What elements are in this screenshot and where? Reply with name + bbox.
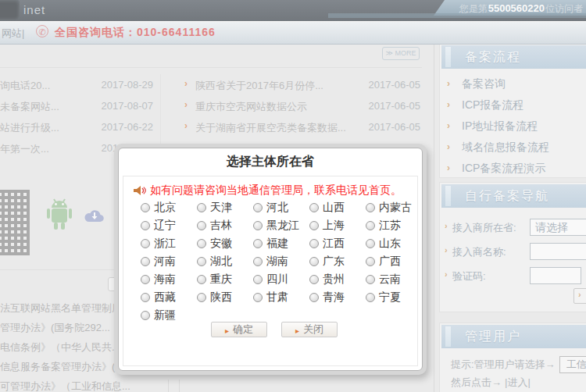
- dialog-buttons: 确定 关闭: [123, 322, 417, 337]
- radio-icon[interactable]: [141, 221, 150, 230]
- radio-icon[interactable]: [141, 311, 150, 320]
- province-option[interactable]: 广东: [309, 252, 366, 270]
- arrow-icon: [295, 324, 299, 336]
- confirm-label: 确定: [233, 323, 253, 337]
- province-option[interactable]: 河南: [141, 252, 197, 270]
- province-option[interactable]: 湖南: [253, 252, 309, 270]
- province-label: 甘肃: [266, 290, 288, 305]
- province-option[interactable]: 内蒙古: [366, 198, 422, 216]
- province-option[interactable]: 河北: [253, 198, 309, 216]
- province-option[interactable]: 宁夏: [366, 288, 422, 306]
- radio-icon[interactable]: [253, 293, 263, 302]
- province-option[interactable]: 福建: [253, 234, 309, 252]
- province-option[interactable]: 江西: [309, 234, 366, 252]
- province-label: 黑龙江: [266, 219, 299, 233]
- speaker-icon: [133, 185, 146, 196]
- province-option[interactable]: 云南: [366, 270, 422, 288]
- radio-icon[interactable]: [366, 293, 375, 302]
- province-label: 新疆: [154, 308, 176, 323]
- province-label: 重庆: [210, 273, 232, 287]
- province-option[interactable]: 西藏: [141, 288, 197, 306]
- radio-icon[interactable]: [309, 203, 319, 212]
- province-option[interactable]: 黑龙江: [253, 216, 309, 234]
- province-option[interactable]: 江苏: [366, 216, 422, 234]
- province-label: 吉林: [210, 219, 232, 233]
- confirm-button[interactable]: 确定: [211, 322, 267, 337]
- radio-icon[interactable]: [197, 257, 206, 266]
- province-label: 上海: [323, 219, 345, 233]
- province-option[interactable]: 广西: [366, 252, 422, 270]
- province-label: 北京: [154, 201, 176, 215]
- close-label: 关闭: [303, 323, 323, 337]
- radio-icon[interactable]: [141, 203, 150, 212]
- province-option[interactable]: 海南: [141, 270, 197, 288]
- dialog-title: 选择主体所在省: [119, 148, 422, 175]
- radio-icon[interactable]: [366, 221, 375, 230]
- radio-icon[interactable]: [309, 275, 319, 284]
- radio-icon[interactable]: [309, 221, 319, 230]
- province-option[interactable]: 陕西: [197, 288, 253, 306]
- radio-icon[interactable]: [197, 221, 206, 230]
- province-label: 青海: [323, 290, 345, 305]
- radio-icon[interactable]: [309, 239, 319, 248]
- radio-icon[interactable]: [141, 293, 150, 302]
- province-option[interactable]: 山西: [309, 198, 366, 216]
- radio-icon[interactable]: [253, 275, 263, 284]
- province-option[interactable]: 四川: [253, 270, 309, 288]
- province-label: 湖北: [210, 255, 232, 269]
- radio-icon[interactable]: [366, 257, 375, 266]
- radio-icon[interactable]: [366, 275, 375, 284]
- radio-icon[interactable]: [253, 257, 263, 266]
- province-option[interactable]: 贵州: [309, 270, 366, 288]
- province-option[interactable]: 安徽: [197, 234, 253, 252]
- province-label: 河南: [154, 255, 176, 269]
- province-option[interactable]: 上海: [309, 216, 366, 234]
- province-option[interactable]: 重庆: [197, 270, 253, 288]
- notice-text: 如有问题请咨询当地通信管理局，联系电话见首页。: [150, 184, 402, 198]
- province-label: 宁夏: [379, 290, 401, 305]
- radio-icon[interactable]: [309, 293, 319, 302]
- province-label: 四川: [266, 273, 288, 287]
- radio-icon[interactable]: [366, 203, 375, 212]
- radio-icon[interactable]: [141, 257, 150, 266]
- province-grid: 北京 天津 河北 山西: [141, 198, 422, 324]
- province-option[interactable]: 吉林: [197, 216, 253, 234]
- province-label: 江苏: [379, 219, 401, 233]
- province-option[interactable]: 北京: [141, 198, 197, 216]
- dialog-notice: 如有问题请咨询当地通信管理局，联系电话见首页。: [133, 184, 402, 198]
- radio-icon[interactable]: [253, 239, 263, 248]
- arrow-icon: [225, 324, 229, 336]
- province-label: 西藏: [154, 290, 176, 305]
- radio-icon[interactable]: [141, 239, 150, 248]
- radio-icon[interactable]: [197, 293, 206, 302]
- province-label: 山西: [323, 201, 345, 215]
- province-option[interactable]: 甘肃: [253, 288, 309, 306]
- radio-icon[interactable]: [253, 203, 263, 212]
- province-label: 广东: [323, 255, 345, 269]
- province-label: 江西: [323, 237, 345, 251]
- province-option[interactable]: 辽宁: [141, 216, 197, 234]
- radio-icon[interactable]: [197, 203, 206, 212]
- province-label: 陕西: [210, 290, 232, 305]
- radio-icon[interactable]: [197, 239, 206, 248]
- province-label: 贵州: [323, 273, 345, 287]
- radio-icon[interactable]: [141, 275, 150, 284]
- radio-icon[interactable]: [366, 239, 375, 248]
- radio-icon[interactable]: [197, 275, 206, 284]
- province-label: 山东: [379, 237, 401, 251]
- province-option[interactable]: 山东: [366, 234, 422, 252]
- province-option[interactable]: 青海: [309, 288, 366, 306]
- radio-icon[interactable]: [253, 221, 263, 230]
- province-option[interactable]: 天津: [197, 198, 253, 216]
- province-dialog-inner: 选择主体所在省 如有问题请咨询当地通信管理局，联系电话见首页。 北京: [118, 148, 423, 371]
- province-option[interactable]: 湖北: [197, 252, 253, 270]
- radio-icon[interactable]: [309, 257, 319, 266]
- close-button[interactable]: 关闭: [281, 322, 338, 337]
- province-label: 湖南: [266, 255, 288, 269]
- province-label: 天津: [210, 201, 232, 215]
- province-label: 福建: [266, 237, 288, 251]
- province-dialog: 选择主体所在省 如有问题请咨询当地通信管理局，联系电话见首页。 北京: [114, 144, 427, 375]
- dialog-content: 如有问题请咨询当地通信管理局，联系电话见首页。 北京 天津: [123, 176, 418, 366]
- province-label: 浙江: [154, 237, 176, 251]
- province-option[interactable]: 浙江: [141, 234, 197, 252]
